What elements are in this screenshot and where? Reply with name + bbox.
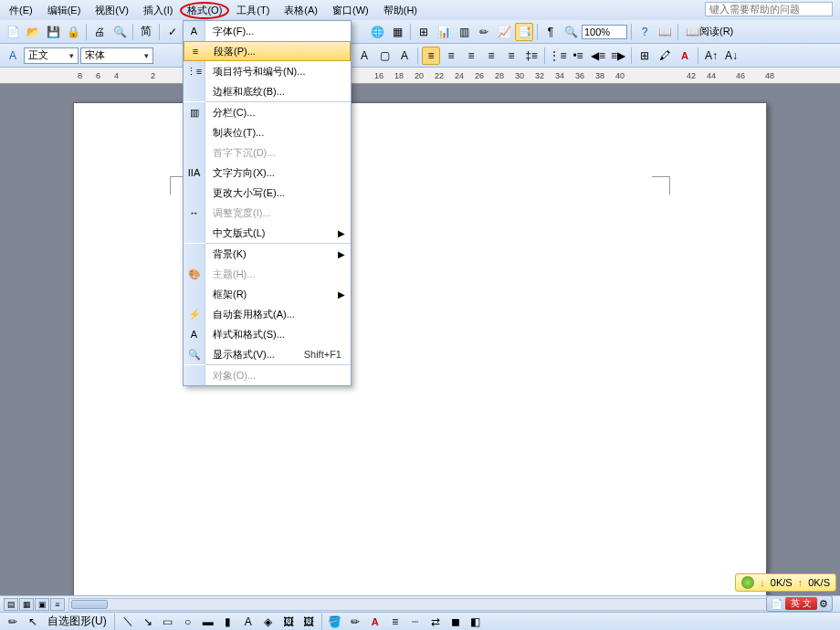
menu-edit[interactable]: 编辑(E) <box>40 2 89 19</box>
language-bar[interactable]: 📄 英 文 ⚙ <box>766 595 833 612</box>
menu-item-E[interactable]: 更改大小写(E)... <box>184 183 351 203</box>
menu-file[interactable]: 件(E) <box>2 2 40 19</box>
menu-view[interactable]: 视图(V) <box>88 2 136 19</box>
font-color-icon[interactable]: A <box>676 47 694 65</box>
help-icon[interactable]: ? <box>635 23 654 41</box>
menu-item-P[interactable]: ≡段落(P)... <box>184 41 351 61</box>
columns-icon[interactable]: ▥ <box>455 23 473 41</box>
3d-icon[interactable]: ◧ <box>467 613 485 631</box>
emphasis-icon[interactable]: A <box>355 47 373 65</box>
line-style-icon[interactable]: ≡ <box>386 613 404 631</box>
line-spacing-icon[interactable]: ‡≡ <box>522 47 541 65</box>
draw-menu-icon[interactable]: ✏ <box>4 613 22 631</box>
horizontal-ruler[interactable]: 8 6 4 2 16 18 20 22 24 26 28 30 32 34 36… <box>0 68 840 84</box>
menu-item-K[interactable]: 背景(K)▶ <box>184 244 351 264</box>
print-view-icon[interactable]: ▣ <box>35 598 49 611</box>
bullets-icon[interactable]: •≡ <box>569 47 587 65</box>
menu-item-N[interactable]: ⋮≡项目符号和编号(N)... <box>184 61 351 81</box>
menu-item-F[interactable]: A字体(F)... <box>184 21 351 41</box>
fill-color-icon[interactable]: 🪣 <box>326 613 344 631</box>
new-icon[interactable]: 📄 <box>4 23 22 41</box>
align-center-icon[interactable]: ≡ <box>442 47 460 65</box>
shrink-font-icon[interactable]: A↓ <box>722 47 740 65</box>
menu-item-R[interactable]: 框架(R)▶ <box>184 284 351 304</box>
arrow-icon[interactable]: ↘ <box>139 613 157 631</box>
menu-item-A[interactable]: ⚡自动套用格式(A)... <box>184 304 351 324</box>
print-icon[interactable]: 🖨 <box>90 23 109 41</box>
menu-item-S[interactable]: A样式和格式(S)... <box>184 324 351 344</box>
oval-icon[interactable]: ○ <box>179 613 197 631</box>
diagram-icon[interactable]: ◈ <box>259 613 278 631</box>
save-icon[interactable]: 💾 <box>44 23 62 41</box>
scrollbar-thumb[interactable] <box>71 600 108 609</box>
decrease-indent-icon[interactable]: ◀≡ <box>589 47 607 65</box>
horizontal-scrollbar[interactable] <box>68 598 833 611</box>
distributed-icon[interactable]: ≡ <box>502 47 520 65</box>
hyperlink-icon[interactable]: 🌐 <box>368 23 386 41</box>
numbering-icon[interactable]: ⋮≡ <box>549 47 567 65</box>
reading-layout-button[interactable]: 📖 阅读(R) <box>682 23 737 41</box>
wordart-icon[interactable]: A <box>239 613 257 631</box>
tables-borders-icon[interactable]: ▦ <box>388 23 406 41</box>
menu-item-L[interactable]: 中文版式(L)▶ <box>184 223 351 243</box>
increase-indent-icon[interactable]: ≡▶ <box>609 47 627 65</box>
menu-help[interactable]: 帮助(H) <box>376 2 425 19</box>
char-shading-icon[interactable]: A <box>395 47 414 65</box>
chart-icon[interactable]: 📈 <box>495 23 513 41</box>
vert-textbox-icon[interactable]: ▮ <box>219 613 237 631</box>
shadow-icon[interactable]: ◼ <box>446 613 465 631</box>
rectangle-icon[interactable]: ▭ <box>159 613 177 631</box>
language-label[interactable]: 英 文 <box>785 597 817 610</box>
menu-table[interactable]: 表格(A) <box>277 2 325 19</box>
menu-item-V[interactable]: 🔍显示格式(V)...Shift+F1 <box>184 344 351 364</box>
preview-icon[interactable]: 🔍 <box>110 23 129 41</box>
menu-item-B[interactable]: 边框和底纹(B)... <box>184 81 351 101</box>
border-icon[interactable]: ▢ <box>375 47 394 65</box>
normal-view-icon[interactable]: ▤ <box>4 598 18 611</box>
outside-border-icon[interactable]: ⊞ <box>635 47 654 65</box>
clipart-icon[interactable]: 🖼 <box>279 613 298 631</box>
menu-item-X[interactable]: IIA文字方向(X)... <box>184 163 351 183</box>
justify-icon[interactable]: ≡ <box>482 47 500 65</box>
ime-icon[interactable]: 📄 <box>771 598 783 610</box>
menu-insert[interactable]: 插入(I) <box>136 2 180 19</box>
picture-icon[interactable]: 🖼 <box>299 613 318 631</box>
menu-item-T[interactable]: 制表位(T)... <box>184 122 351 142</box>
menu-tools[interactable]: 工具(T) <box>229 2 277 19</box>
autoshapes-button[interactable]: 自选图形(U) <box>44 613 110 631</box>
line-color-icon[interactable]: ✏ <box>346 613 364 631</box>
font-select[interactable]: 宋体▾ <box>80 47 153 64</box>
styles-pane-icon[interactable]: A <box>4 47 22 65</box>
doc-map-icon[interactable]: 📑 <box>515 23 533 41</box>
permission-icon[interactable]: 🔒 <box>64 23 82 41</box>
excel-icon[interactable]: 📊 <box>435 23 453 41</box>
menu-item-C[interactable]: ▥分栏(C)... <box>184 102 351 122</box>
select-objects-icon[interactable]: ↖ <box>24 613 42 631</box>
dash-style-icon[interactable]: ┈ <box>406 613 425 631</box>
outline-view-icon[interactable]: ≡ <box>50 598 65 611</box>
align-right-icon[interactable]: ≡ <box>462 47 480 65</box>
arrow-style-icon[interactable]: ⇄ <box>426 613 445 631</box>
spellcheck-icon[interactable]: ✓ <box>163 23 182 41</box>
grow-font-icon[interactable]: A↑ <box>702 47 720 65</box>
chinese-simplified-icon[interactable]: 简 <box>137 23 155 41</box>
menu-window[interactable]: 窗口(W) <box>325 2 376 19</box>
document-page[interactable] <box>73 102 767 604</box>
align-left-icon[interactable]: ≡ <box>422 47 440 65</box>
show-marks-icon[interactable]: ¶ <box>541 23 560 41</box>
zoom-input[interactable] <box>582 25 627 39</box>
line-icon[interactable]: ＼ <box>119 613 137 631</box>
ime-options-icon[interactable]: ⚙ <box>819 598 828 610</box>
insert-table-icon[interactable]: ⊞ <box>415 23 433 41</box>
zoom-tool-icon[interactable]: 🔍 <box>562 23 580 41</box>
web-view-icon[interactable]: ▦ <box>19 598 34 611</box>
help-search-input[interactable] <box>705 2 833 16</box>
lookup-icon[interactable]: 📖 <box>656 23 674 41</box>
menu-format[interactable]: 格式(O) <box>180 2 229 19</box>
font-color-icon-2[interactable]: A <box>366 613 384 631</box>
style-select[interactable]: 正文▾ <box>24 47 79 64</box>
textbox-icon[interactable]: ▬ <box>199 613 217 631</box>
open-icon[interactable]: 📂 <box>24 23 42 41</box>
drawing-icon[interactable]: ✏ <box>475 23 493 41</box>
highlight-color-icon[interactable]: 🖍 <box>656 47 674 65</box>
